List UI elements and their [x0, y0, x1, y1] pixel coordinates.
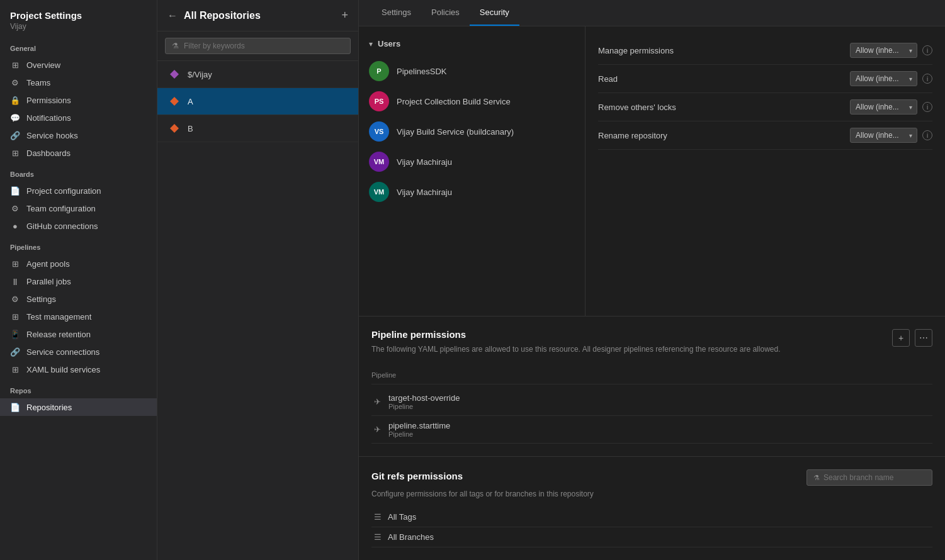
pipeline-icon-0: ✈: [374, 397, 381, 406]
sidebar-item-permissions[interactable]: 🔒 Permissions: [0, 91, 157, 109]
sidebar-item-teams[interactable]: ⚙ Teams: [0, 74, 157, 91]
pipeline-type-1: Pipeline: [388, 430, 450, 438]
user-name-0: PipelinesSDK: [397, 67, 447, 76]
user-item-3[interactable]: VM Vijay Machiraju: [359, 147, 585, 177]
tab-security[interactable]: Security: [470, 0, 519, 26]
permission-select-2[interactable]: Allow (inhe...: [850, 99, 917, 115]
permission-select-1[interactable]: Allow (inhe...: [850, 71, 917, 86]
filter-input[interactable]: [184, 42, 344, 50]
svg-marker-2: [170, 124, 179, 133]
user-name-4: Vijay Machiraju: [397, 188, 452, 197]
permission-info-0[interactable]: i: [922, 45, 932, 55]
ref-item-0[interactable]: ☰ All Tags: [371, 507, 932, 527]
sidebar-item-notifications[interactable]: 💬 Notifications: [0, 109, 157, 126]
repo-list: $/Vijay A B: [157, 61, 358, 142]
user-item-1[interactable]: PS Project Collection Build Service: [359, 86, 585, 116]
search-branch-input[interactable]: [823, 473, 918, 482]
pipeline-permissions-desc: The following YAML pipelines are allowed…: [371, 344, 780, 355]
permission-controls-2: Allow (inhe... i: [850, 99, 932, 115]
search-branch-wrapper: ⚗: [806, 469, 932, 486]
settings-icon: ⚙: [10, 294, 20, 304]
middle-panel: ← All Repositories + ⚗ $/Vijay A B: [157, 0, 359, 560]
pipeline-section-header: Pipeline permissions The following YAML …: [371, 329, 932, 364]
pipeline-column-label: Pipeline: [371, 369, 932, 384]
permission-controls-1: Allow (inhe... i: [850, 71, 932, 86]
sidebar-item-github[interactable]: ● GitHub connections: [0, 217, 157, 235]
git-refs-title-block: Git refs permissions: [371, 471, 463, 485]
sidebar-item-service-hooks[interactable]: 🔗 Service hooks: [0, 126, 157, 144]
users-section-title: Users: [378, 39, 400, 48]
sidebar-item-dashboards[interactable]: ⊞ Dashboards: [0, 144, 157, 162]
sidebar-subtitle: Vijay: [10, 22, 147, 31]
sidebar-item-label: Teams: [26, 78, 50, 87]
permission-select-wrapper-3: Allow (inhe...: [850, 128, 917, 143]
sidebar: Project Settings Vijay General ⊞ Overvie…: [0, 0, 157, 560]
ref-name-0: All Tags: [388, 512, 416, 522]
svg-marker-1: [170, 97, 179, 106]
sidebar-item-label: Service connections: [26, 347, 99, 357]
sidebar-item-agent-pools[interactable]: ⊞ Agent pools: [0, 255, 157, 272]
repos-panel-title: All Repositories: [184, 10, 335, 21]
permission-info-3[interactable]: i: [922, 130, 932, 140]
sidebar-header: Project Settings Vijay: [0, 0, 157, 36]
user-name-1: Project Collection Build Service: [397, 97, 511, 106]
sidebar-section-pipelines: Pipelines: [0, 235, 157, 255]
user-item-2[interactable]: VS Vijay Build Service (buildcanary): [359, 116, 585, 147]
sidebar-item-team-config[interactable]: ⚙ Team configuration: [0, 199, 157, 217]
agent-pools-icon: ⊞: [10, 259, 20, 269]
user-item-4[interactable]: VM Vijay Machiraju: [359, 177, 585, 207]
content-body: ▾ Users P PipelinesSDK PS Project Collec…: [359, 26, 945, 316]
main-content: Settings Policies Security ▾ Users P Pip…: [359, 0, 945, 560]
permission-info-2[interactable]: i: [922, 102, 932, 112]
sidebar-item-label: Settings: [26, 294, 56, 304]
add-pipeline-button[interactable]: +: [892, 329, 910, 347]
sidebar-item-xaml[interactable]: ⊞ XAML build services: [0, 361, 157, 378]
sidebar-section-boards: Boards: [0, 162, 157, 182]
add-repo-button[interactable]: +: [341, 9, 348, 22]
sidebar-item-label: Project configuration: [26, 186, 101, 196]
sidebar-item-label: Release retention: [26, 330, 91, 339]
sidebar-item-label: XAML build services: [26, 365, 100, 374]
back-button[interactable]: ←: [167, 10, 178, 21]
repo-item-a[interactable]: A: [157, 88, 358, 115]
sidebar-section-general: General: [0, 36, 157, 56]
tab-settings[interactable]: Settings: [371, 0, 421, 26]
sidebar-item-parallel-jobs[interactable]: || Parallel jobs: [0, 272, 157, 290]
ref-name-1: All Branches: [388, 532, 434, 542]
git-refs-title: Git refs permissions: [371, 471, 463, 481]
sidebar-item-release-retention[interactable]: 📱 Release retention: [0, 325, 157, 343]
service-conn-icon: 🔗: [10, 347, 20, 357]
pipeline-section-actions: + ⋯: [892, 329, 932, 347]
pipeline-name-0: target-host-override: [388, 393, 460, 403]
hooks-icon: 🔗: [10, 130, 20, 140]
sidebar-item-label: Repositories: [26, 403, 72, 412]
user-item-0[interactable]: P PipelinesSDK: [359, 56, 585, 86]
sidebar-item-label: Overview: [26, 60, 60, 70]
permission-info-1[interactable]: i: [922, 74, 932, 84]
repo-item-vijay[interactable]: $/Vijay: [157, 61, 358, 88]
more-options-button[interactable]: ⋯: [915, 329, 932, 347]
tabs-bar: Settings Policies Security: [359, 0, 945, 26]
git-refs-desc: Configure permissions for all tags or fo…: [371, 490, 932, 498]
permission-select-wrapper-2: Allow (inhe...: [850, 99, 917, 115]
pipeline-icon-1: ✈: [374, 425, 381, 434]
sidebar-item-label: Service hooks: [26, 131, 78, 140]
repo-item-b[interactable]: B: [157, 115, 358, 142]
sidebar-item-project-config[interactable]: 📄 Project configuration: [0, 182, 157, 199]
ref-item-1[interactable]: ☰ All Branches: [371, 527, 932, 547]
sidebar-item-service-connections[interactable]: 🔗 Service connections: [0, 343, 157, 361]
sidebar-item-overview[interactable]: ⊞ Overview: [0, 56, 157, 74]
dashboards-icon: ⊞: [10, 148, 20, 158]
lock-icon: 🔒: [10, 95, 20, 105]
sidebar-item-label: GitHub connections: [26, 221, 98, 231]
permission-select-3[interactable]: Allow (inhe...: [850, 128, 917, 143]
tab-policies[interactable]: Policies: [421, 0, 470, 26]
permission-select-0[interactable]: Allow (inhe...: [850, 43, 917, 58]
permission-label-0: Manage permissions: [598, 46, 674, 55]
chevron-down-icon[interactable]: ▾: [369, 40, 373, 48]
parallel-jobs-icon: ||: [10, 276, 20, 286]
sidebar-item-settings[interactable]: ⚙ Settings: [0, 290, 157, 308]
sidebar-item-test-management[interactable]: ⊞ Test management: [0, 308, 157, 325]
pipeline-name-1: pipeline.starttime: [388, 421, 450, 430]
sidebar-item-repositories[interactable]: 📄 Repositories: [0, 398, 157, 416]
